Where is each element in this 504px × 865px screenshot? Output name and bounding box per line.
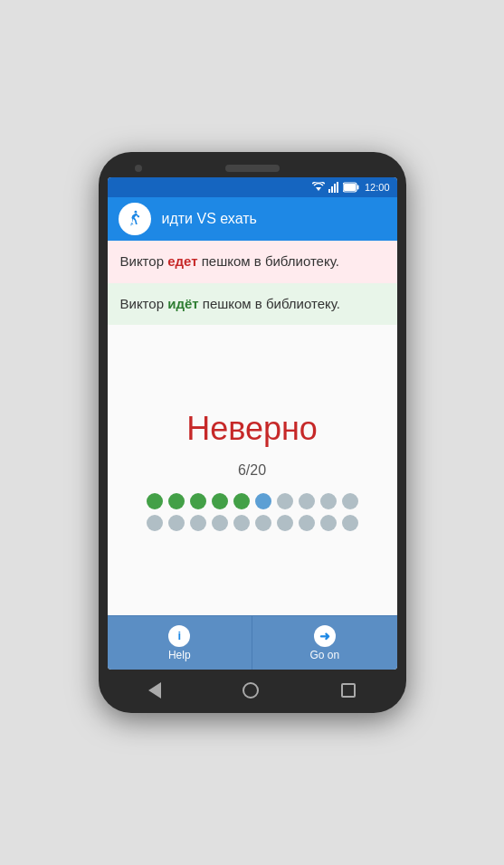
dot-14: [212, 515, 228, 531]
sentence-wrong: Виктор едет пешком в библиотеку.: [108, 241, 397, 283]
dot-11: [147, 515, 163, 531]
svg-rect-3: [334, 184, 336, 193]
sentence-wrong-highlight: едет: [167, 253, 197, 269]
go-on-label: Go on: [309, 649, 339, 661]
dot-12: [168, 515, 185, 531]
dot-15: [233, 515, 250, 531]
app-bar: идти VS ехать: [108, 197, 397, 241]
dots-container: [147, 493, 358, 531]
recents-button[interactable]: [341, 683, 356, 698]
dot-18: [299, 515, 315, 531]
result-area: Неверно 6/20: [108, 325, 397, 615]
svg-rect-2: [331, 186, 333, 193]
app-bar-title: идти VS ехать: [162, 211, 257, 227]
svg-marker-0: [316, 187, 321, 191]
dots-row-1: [147, 493, 358, 509]
go-on-icon: ➜: [314, 625, 336, 647]
sentence-correct: Виктор идёт пешком в библиотеку.: [108, 283, 397, 326]
dot-20: [342, 515, 358, 531]
help-label: Help: [168, 649, 191, 661]
home-button[interactable]: [242, 682, 259, 699]
help-button[interactable]: i Help: [108, 616, 252, 670]
battery-icon: [343, 182, 359, 193]
wifi-icon: [312, 182, 325, 193]
dot-1: [147, 493, 163, 509]
svg-rect-6: [357, 185, 358, 190]
dot-7: [277, 493, 293, 509]
sentence-correct-after: пешком в библиотеку.: [199, 296, 340, 311]
go-on-button[interactable]: ➜ Go on: [252, 616, 397, 670]
dot-8: [299, 493, 315, 509]
phone-screen: 12:00 идти VS ехать Виктор едет пешком в…: [108, 177, 397, 670]
svg-rect-1: [328, 189, 330, 193]
sentence-wrong-before: Виктор: [120, 253, 168, 269]
phone-frame: 12:00 идти VS ехать Виктор едет пешком в…: [99, 152, 406, 713]
dot-13: [190, 515, 206, 531]
status-bar: 12:00: [108, 177, 397, 197]
bottom-nav: i Help ➜ Go on: [108, 615, 397, 670]
sentence-wrong-after: пешком в библиотеку.: [198, 253, 339, 269]
signal-icon: [328, 182, 339, 193]
result-text: Неверно: [186, 410, 318, 448]
progress-text: 6/20: [238, 462, 266, 479]
phone-nav-bar: [108, 675, 397, 700]
content-area: Виктор едет пешком в библиотеку. Виктор …: [108, 241, 397, 670]
svg-rect-4: [337, 182, 338, 193]
dot-2: [168, 493, 185, 509]
dot-16: [255, 515, 271, 531]
dot-4: [212, 493, 228, 509]
svg-point-8: [134, 211, 137, 214]
dot-5: [233, 493, 250, 509]
status-time: 12:00: [365, 182, 390, 193]
dot-9: [320, 493, 337, 509]
dot-3: [190, 493, 206, 509]
sentence-correct-before: Виктор: [120, 296, 168, 311]
back-button[interactable]: [148, 682, 161, 699]
dot-10: [342, 493, 358, 509]
dot-17: [277, 515, 293, 531]
phone-camera: [135, 165, 142, 172]
phone-top-bar: [108, 165, 397, 172]
svg-rect-7: [344, 184, 356, 191]
status-bar-icons: 12:00: [312, 182, 390, 193]
dot-19: [320, 515, 337, 531]
app-icon: [119, 203, 151, 235]
dot-6: [255, 493, 271, 509]
help-icon: i: [168, 625, 190, 647]
dots-row-2: [147, 515, 358, 531]
phone-speaker: [225, 165, 280, 172]
walking-icon: [125, 209, 145, 229]
sentence-correct-highlight: идёт: [167, 296, 198, 311]
